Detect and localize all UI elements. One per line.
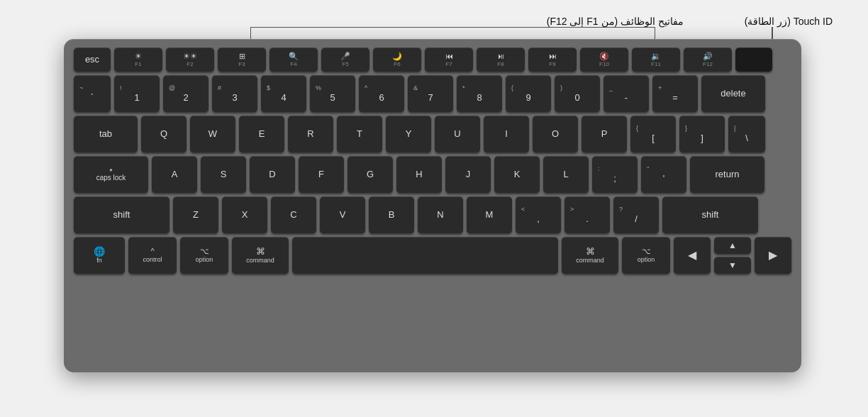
key-3[interactable]: #3 (212, 75, 257, 112)
key-capslock[interactable]: ● caps lock (74, 156, 148, 193)
fn-keys-label: مفاتيح الوظائف (من F1 إلى F12) (547, 16, 684, 27)
scene: Touch ID (زر الطاقة) مفاتيح الوظائف (من … (0, 0, 868, 417)
key-backslash[interactable]: |\ (728, 116, 765, 152)
key-r[interactable]: R (288, 116, 333, 152)
key-0[interactable]: )0 (555, 75, 600, 112)
key-c[interactable]: C (271, 196, 316, 233)
key-f[interactable]: F (299, 156, 344, 193)
key-f12[interactable]: 🔊F12 (684, 48, 732, 72)
callout-line-fnkeys-h (250, 27, 655, 28)
key-f8[interactable]: ⏯F8 (477, 48, 525, 72)
key-fn-globe[interactable]: 🌐 fn (74, 237, 125, 274)
key-o[interactable]: O (533, 116, 578, 152)
fn-key-row: esc ☀F1 ☀☀F2 ⊞F3 🔍F4 🎤F5 🌙F6 ⏮F7 ⏯F8 ⏭F9… (74, 48, 791, 72)
key-j[interactable]: J (445, 156, 491, 193)
key-lbracket[interactable]: {[ (630, 116, 676, 152)
key-rbracket[interactable]: }] (679, 116, 725, 152)
key-n[interactable]: N (418, 196, 463, 233)
asdf-key-row: ● caps lock A S D F G H J K L :; "' retu… (74, 156, 791, 193)
key-arrow-left[interactable]: ◀ (674, 237, 711, 274)
key-arrow-right[interactable]: ▶ (755, 237, 791, 274)
key-shift-left[interactable]: shift (74, 196, 169, 233)
key-f1[interactable]: ☀F1 (114, 48, 162, 72)
key-q[interactable]: Q (141, 116, 187, 152)
key-v[interactable]: V (320, 196, 365, 233)
key-7[interactable]: &7 (408, 75, 453, 112)
key-equals[interactable]: += (652, 75, 698, 112)
key-esc[interactable]: esc (74, 48, 111, 72)
key-g[interactable]: G (347, 156, 393, 193)
key-minus[interactable]: _- (603, 75, 649, 112)
zxcv-key-row: shift Z X C V B N M <, >. ?/ shift (74, 196, 791, 233)
qwerty-key-row: tab Q W E R T Y U I O P {[ }] |\ (74, 116, 791, 152)
key-2[interactable]: @2 (163, 75, 208, 112)
key-u[interactable]: U (435, 116, 480, 152)
bottom-key-row: 🌐 fn ^ control ⌥ option ⌘ command ⌘ (74, 237, 791, 274)
key-touchid[interactable] (735, 48, 772, 72)
key-i[interactable]: I (484, 116, 529, 152)
key-k[interactable]: K (494, 156, 540, 193)
key-f6[interactable]: 🌙F6 (373, 48, 421, 72)
key-t[interactable]: T (337, 116, 382, 152)
key-5[interactable]: %5 (310, 75, 355, 112)
touch-id-label: Touch ID (زر الطاقة) (745, 16, 833, 27)
arrow-up-down-group: ▲ ▼ (714, 237, 751, 274)
key-f2[interactable]: ☀☀F2 (166, 48, 214, 72)
key-f7[interactable]: ⏮F7 (425, 48, 473, 72)
key-6[interactable]: ^6 (359, 75, 404, 112)
keyboard-wrapper: esc ☀F1 ☀☀F2 ⊞F3 🔍F4 🎤F5 🌙F6 ⏮F7 ⏯F8 ⏭F9… (64, 39, 801, 372)
key-option-right[interactable]: ⌥ option (622, 237, 670, 274)
keyboard: esc ☀F1 ☀☀F2 ⊞F3 🔍F4 🎤F5 🌙F6 ⏮F7 ⏯F8 ⏭F9… (64, 39, 801, 372)
key-option-left[interactable]: ⌥ option (180, 237, 228, 274)
key-command-right[interactable]: ⌘ command (562, 237, 618, 274)
key-shift-right[interactable]: shift (662, 196, 758, 233)
number-key-row: ~` !1 @2 #3 $4 %5 ^6 (74, 75, 791, 112)
key-x[interactable]: X (222, 196, 267, 233)
key-slash[interactable]: ?/ (613, 196, 659, 233)
key-space[interactable] (292, 237, 558, 274)
key-command-left[interactable]: ⌘ command (232, 237, 289, 274)
key-f11[interactable]: 🔉F11 (632, 48, 680, 72)
key-p[interactable]: P (582, 116, 627, 152)
key-e[interactable]: E (239, 116, 284, 152)
key-period[interactable]: >. (564, 196, 610, 233)
key-arrow-down[interactable]: ▼ (714, 257, 751, 274)
key-arrow-up[interactable]: ▲ (714, 237, 751, 254)
key-d[interactable]: D (250, 156, 295, 193)
key-f3[interactable]: ⊞F3 (218, 48, 266, 72)
key-f5[interactable]: 🎤F5 (321, 48, 369, 72)
key-f9[interactable]: ⏭F9 (528, 48, 577, 72)
key-b[interactable]: B (369, 196, 414, 233)
key-y[interactable]: Y (386, 116, 431, 152)
key-return[interactable]: return (690, 156, 764, 193)
key-h[interactable]: H (396, 156, 442, 193)
key-s[interactable]: S (201, 156, 246, 193)
key-8[interactable]: *8 (457, 75, 502, 112)
key-tab[interactable]: tab (74, 116, 138, 152)
key-1[interactable]: !1 (114, 75, 160, 112)
key-w[interactable]: W (190, 116, 235, 152)
key-f10[interactable]: 🔇F10 (580, 48, 628, 72)
key-4[interactable]: $4 (261, 75, 306, 112)
key-l[interactable]: L (543, 156, 589, 193)
key-quote[interactable]: "' (641, 156, 686, 193)
key-control[interactable]: ^ control (128, 237, 177, 274)
key-a[interactable]: A (152, 156, 197, 193)
key-semicolon[interactable]: :; (592, 156, 638, 193)
key-f4[interactable]: 🔍F4 (269, 48, 318, 72)
key-delete[interactable]: delete (701, 75, 765, 112)
key-comma[interactable]: <, (516, 196, 561, 233)
key-z[interactable]: Z (173, 196, 218, 233)
key-m[interactable]: M (467, 196, 512, 233)
key-backtick[interactable]: ~` (74, 75, 111, 112)
key-9[interactable]: (9 (506, 75, 551, 112)
